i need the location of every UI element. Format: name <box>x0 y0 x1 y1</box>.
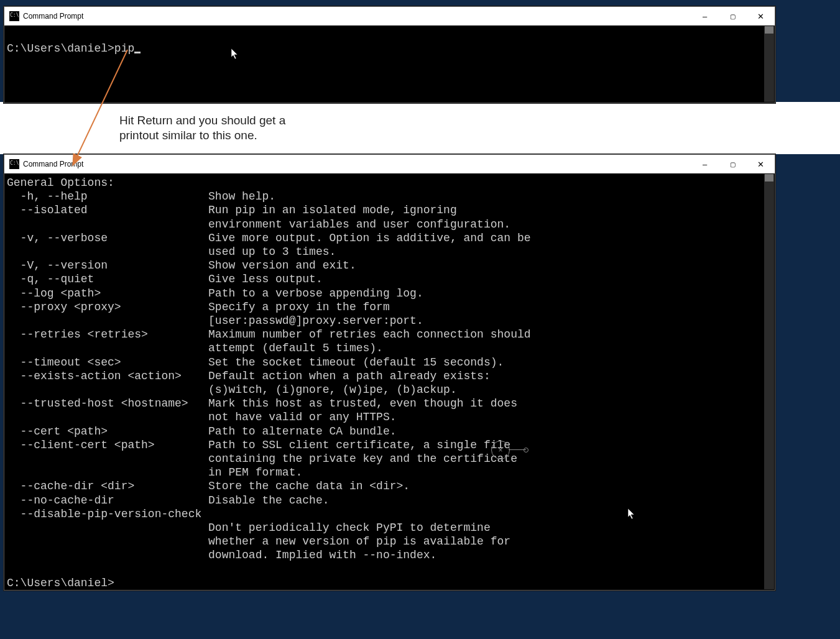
titlebar[interactable]: Command Prompt – ▢ ✕ <box>4 155 775 173</box>
maximize-button[interactable]: ▢ <box>719 155 747 173</box>
window-title: Command Prompt <box>23 12 83 21</box>
close-button[interactable]: ✕ <box>747 155 775 173</box>
window-title: Command Prompt <box>23 160 83 168</box>
minimize-button[interactable]: – <box>691 155 719 173</box>
cmd-icon <box>9 159 19 169</box>
minimize-button[interactable]: – <box>691 7 719 25</box>
command-prompt-window-top: Command Prompt – ▢ ✕ C:\Users\daniel>pip <box>4 6 775 103</box>
instruction-text: Hit Return and you should get a printout… <box>119 113 285 143</box>
scrollbar-thumb[interactable] <box>765 174 773 182</box>
maximize-button[interactable]: ▢ <box>719 7 747 25</box>
titlebar[interactable]: Command Prompt – ▢ ✕ <box>4 7 775 25</box>
typed-command: pip <box>114 42 134 55</box>
scrollbar-thumb[interactable] <box>765 26 773 34</box>
prompt-text: C:\Users\daniel> <box>7 42 114 55</box>
text-caret <box>134 52 141 53</box>
command-prompt-window-bottom: Command Prompt – ▢ ✕ General Options: -h… <box>4 154 775 591</box>
scrollbar[interactable] <box>764 26 774 102</box>
terminal-body[interactable]: General Options: -h, --help Show help. -… <box>4 173 775 590</box>
cmd-icon <box>9 11 19 21</box>
scrollbar[interactable] <box>764 174 774 589</box>
instruction-band: Hit Return and you should get a printout… <box>0 102 840 154</box>
terminal-body[interactable]: C:\Users\daniel>pip <box>4 25 775 103</box>
close-button[interactable]: ✕ <box>747 7 775 25</box>
